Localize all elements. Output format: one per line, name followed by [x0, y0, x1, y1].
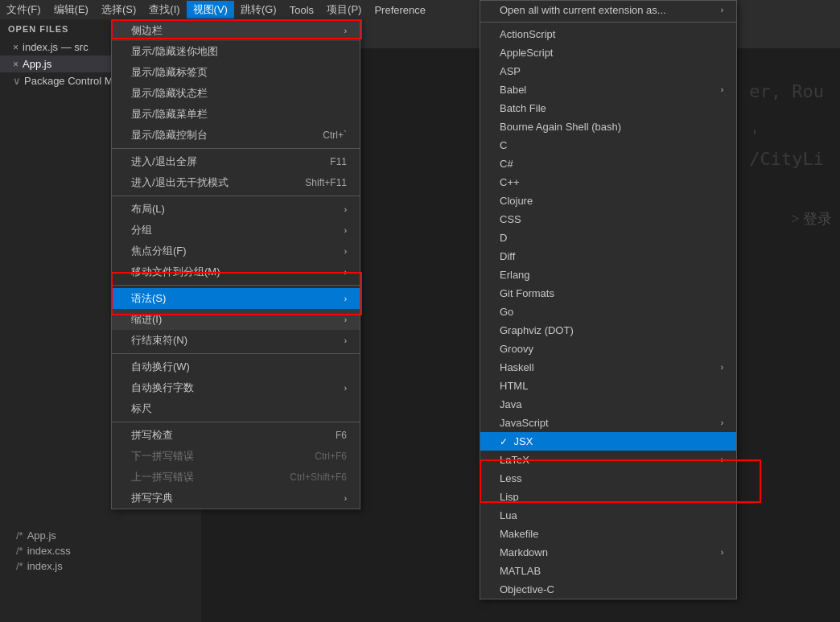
menu-item-spellcheck[interactable]: 拼写检查 F6: [112, 425, 360, 446]
separator: [112, 285, 360, 286]
file-icon: /*: [16, 529, 23, 542]
menu-item-statusbar[interactable]: 显示/隐藏状态栏: [112, 83, 360, 104]
lang-javascript[interactable]: JavaScript ›: [480, 414, 736, 432]
separator: [112, 422, 360, 422]
menu-edit[interactable]: 编辑(E): [47, 1, 95, 19]
menu-item-sidebar[interactable]: 侧边栏 ›: [112, 20, 360, 41]
lang-haskell[interactable]: Haskell ›: [480, 358, 736, 377]
menu-goto[interactable]: 跳转(G): [234, 1, 283, 19]
lang-markdown[interactable]: Markdown ›: [480, 543, 736, 562]
sidebar-bottom-appjs[interactable]: /* App.js: [0, 528, 201, 543]
arrow-icon: ›: [721, 85, 723, 94]
lang-babel[interactable]: Babel ›: [480, 80, 736, 99]
arrow-icon: ›: [721, 455, 723, 464]
arrow-icon: ›: [344, 27, 347, 35]
file-icon: /*: [16, 560, 23, 572]
lang-open-extension[interactable]: Open all with current extension as... ›: [480, 1, 736, 19]
lang-csharp[interactable]: C#: [480, 154, 736, 173]
lang-git[interactable]: Git Formats: [480, 284, 736, 303]
arrow-icon: ›: [344, 315, 347, 324]
lang-diff[interactable]: Diff: [480, 247, 736, 266]
lang-asp[interactable]: ASP: [480, 62, 736, 80]
separator: [112, 196, 360, 196]
lang-erlang[interactable]: Erlang: [480, 266, 736, 284]
menu-project[interactable]: 项目(P): [320, 1, 368, 19]
lang-less[interactable]: Less: [480, 469, 736, 488]
lang-applescript[interactable]: AppleScript: [480, 43, 736, 62]
menu-view[interactable]: 视图(V): [187, 1, 234, 19]
lang-objectivec[interactable]: Objective-C: [480, 580, 736, 599]
lang-css[interactable]: CSS: [480, 210, 736, 229]
lang-cpp[interactable]: C++: [480, 173, 736, 192]
menu-item-group[interactable]: 分组 ›: [112, 220, 360, 241]
sidebar-bottom-files: /* App.js /* index.css /* index.js: [0, 528, 201, 574]
arrow-icon: ›: [344, 247, 347, 256]
arrow-icon: ›: [721, 363, 723, 372]
lang-actionscript[interactable]: ActionScript: [480, 25, 736, 43]
menu-item-lineend[interactable]: 行结束符(N) ›: [112, 330, 360, 351]
menu-item-indent[interactable]: 缩进(I) ›: [112, 309, 360, 330]
menu-item-console[interactable]: 显示/隐藏控制台 Ctrl+`: [112, 125, 360, 146]
menu-item-minimap[interactable]: 显示/隐藏迷你地图: [112, 41, 360, 62]
menu-item-spelldict[interactable]: 拼写字典 ›: [112, 488, 360, 509]
close-icon[interactable]: ×: [13, 59, 19, 70]
menu-item-nextspell[interactable]: 下一拼写错误 Ctrl+F6: [112, 446, 360, 467]
lang-lua[interactable]: Lua: [480, 506, 736, 525]
menu-tools[interactable]: Tools: [283, 2, 320, 18]
menu-item-prevspell[interactable]: 上一拼写错误 Ctrl+Shift+F6: [112, 467, 360, 488]
arrow-icon: ›: [721, 418, 723, 427]
menu-preference[interactable]: Preference: [368, 2, 432, 18]
checkmark-icon: ✓: [500, 436, 508, 447]
arrow-icon: ›: [344, 268, 347, 277]
arrow-icon: ›: [344, 205, 347, 214]
menu-item-distract[interactable]: 进入/退出无干扰模式 Shift+F11: [112, 172, 360, 193]
lang-html[interactable]: HTML: [480, 377, 736, 395]
lang-go[interactable]: Go: [480, 303, 736, 321]
lang-latex[interactable]: LaTeX ›: [480, 451, 736, 469]
arrow-icon: ›: [721, 6, 723, 14]
close-icon[interactable]: ×: [13, 42, 19, 53]
menu-item-movetogroup[interactable]: 移动文件到分组(M) ›: [112, 262, 360, 282]
arrow-icon: ›: [344, 295, 347, 303]
lang-menu-dropdown: Open all with current extension as... › …: [480, 0, 737, 599]
lang-makefile[interactable]: Makefile: [480, 525, 736, 543]
menu-file[interactable]: 文件(F): [0, 1, 47, 19]
menu-item-focusgroup[interactable]: 焦点分组(F) ›: [112, 241, 360, 262]
lang-batchfile[interactable]: Batch File: [480, 99, 736, 117]
arrow-icon: ›: [344, 494, 347, 503]
lang-d[interactable]: D: [480, 229, 736, 247]
menu-item-wordwrapwidth[interactable]: 自动换行字数 ›: [112, 377, 360, 398]
menu-item-fullscreen[interactable]: 进入/退出全屏 F11: [112, 151, 360, 172]
file-icon: /*: [16, 545, 23, 557]
lang-matlab[interactable]: MATLAB: [480, 562, 736, 580]
lang-bash[interactable]: Bourne Again Shell (bash): [480, 117, 736, 136]
menu-find[interactable]: 查找(I): [142, 1, 186, 19]
lang-jsx[interactable]: ✓ JSX: [480, 432, 736, 451]
menu-item-ruler[interactable]: 标尺: [112, 398, 360, 419]
view-menu-dropdown: 侧边栏 › 显示/隐藏迷你地图 显示/隐藏标签页 显示/隐藏状态栏 显示/隐藏菜…: [111, 19, 360, 509]
separator: [480, 22, 736, 23]
menu-item-layout[interactable]: 布局(L) ›: [112, 199, 360, 220]
menu-item-tabs[interactable]: 显示/隐藏标签页: [112, 62, 360, 83]
menu-select[interactable]: 选择(S): [95, 1, 142, 19]
lang-graphviz[interactable]: Graphviz (DOT): [480, 321, 736, 340]
lang-c[interactable]: C: [480, 136, 736, 154]
collapse-icon: ∨: [13, 75, 21, 87]
menu-item-syntax[interactable]: 语法(S) ›: [112, 288, 360, 309]
sidebar-bottom-indexjs[interactable]: /* index.js: [0, 558, 201, 574]
lang-lisp[interactable]: Lisp: [480, 488, 736, 506]
menu-item-menubar[interactable]: 显示/隐藏菜单栏: [112, 104, 360, 125]
editor-hint: er, Rou ' /CityLi: [749, 80, 824, 171]
editor-login-hint: > 登录: [791, 209, 832, 229]
lang-groovy[interactable]: Groovy: [480, 340, 736, 358]
arrow-icon: ›: [344, 384, 347, 393]
arrow-icon: ›: [721, 548, 723, 557]
separator: [112, 353, 360, 354]
arrow-icon: ›: [344, 226, 347, 235]
menu-item-wordwrap[interactable]: 自动换行(W): [112, 356, 360, 377]
lang-clojure[interactable]: Clojure: [480, 192, 736, 210]
sidebar-bottom-indexcss[interactable]: /* index.css: [0, 543, 201, 558]
separator: [112, 148, 360, 149]
arrow-icon: ›: [344, 336, 347, 345]
lang-java[interactable]: Java: [480, 395, 736, 414]
